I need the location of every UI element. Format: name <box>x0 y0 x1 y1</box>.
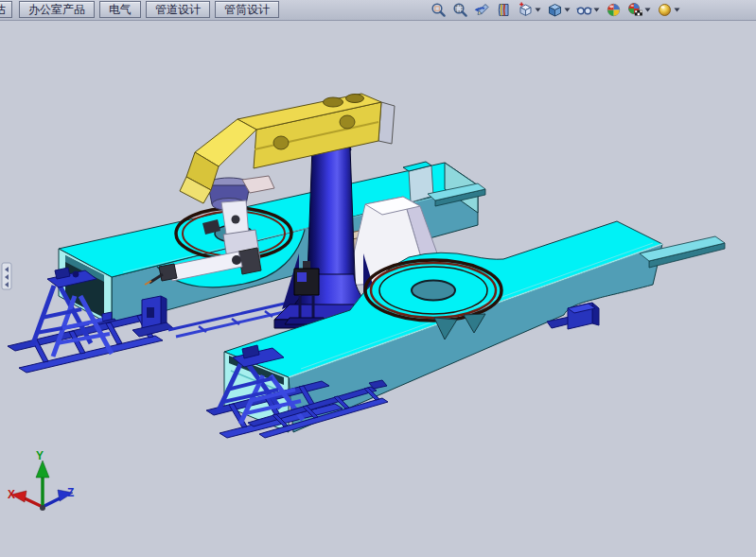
dropdown-arrow-icon <box>564 8 571 12</box>
zoom-to-area-button[interactable] <box>451 1 469 20</box>
graphics-area[interactable]: X Y Z <box>0 21 756 557</box>
z-axis-label: Z <box>67 486 74 499</box>
graphics-viewport[interactable]: X Y Z <box>0 21 756 557</box>
tab-clipped[interactable]: 估 <box>0 1 12 18</box>
tab-office-products[interactable]: 办公室产品 <box>19 1 95 18</box>
dropdown-arrow-icon <box>674 8 680 12</box>
view-toolbar <box>430 1 681 20</box>
dropdown-arrow-icon <box>593 8 600 12</box>
zoom-to-area-icon <box>452 2 468 18</box>
previous-view-button[interactable] <box>473 1 491 20</box>
tab-piping-design[interactable]: 管道设计 <box>146 1 210 18</box>
section-view-icon <box>496 2 512 18</box>
appearance-ball-icon <box>606 2 622 18</box>
x-axis-label: X <box>8 488 15 501</box>
view-orientation-icon <box>518 2 534 18</box>
apply-scene-button[interactable] <box>626 1 652 20</box>
gold-ball-icon <box>657 2 673 18</box>
command-manager-tabs: 估 办公室产品 电气 管道设计 管筒设计 <box>0 0 284 20</box>
eyeglasses-icon <box>576 2 592 18</box>
application-window: 估 办公室产品 电气 管道设计 管筒设计 <box>0 0 756 557</box>
y-axis-label: Y <box>36 449 44 462</box>
zoom-to-fit-button[interactable] <box>430 1 448 20</box>
tab-electrical[interactable]: 电气 <box>99 1 141 18</box>
zoom-to-fit-icon <box>431 2 447 18</box>
origin-triad: X Y Z <box>8 449 74 511</box>
section-view-button[interactable] <box>495 1 513 20</box>
edit-appearance-button[interactable] <box>605 1 623 20</box>
previous-view-icon <box>474 2 490 18</box>
display-style-button[interactable] <box>546 1 571 20</box>
dropdown-arrow-icon <box>535 8 541 12</box>
dropdown-arrow-icon <box>644 8 651 12</box>
top-toolbar: 估 办公室产品 电气 管道设计 管筒设计 <box>0 0 756 21</box>
panel-splitter-control[interactable] <box>2 263 11 289</box>
view-orientation-button[interactable] <box>517 1 542 20</box>
display-style-icon <box>547 2 563 18</box>
view-settings-button[interactable] <box>656 1 681 20</box>
scene-ball-icon <box>627 2 643 18</box>
tab-tube-design[interactable]: 管筒设计 <box>215 1 279 18</box>
hide-show-items-button[interactable] <box>575 1 601 20</box>
